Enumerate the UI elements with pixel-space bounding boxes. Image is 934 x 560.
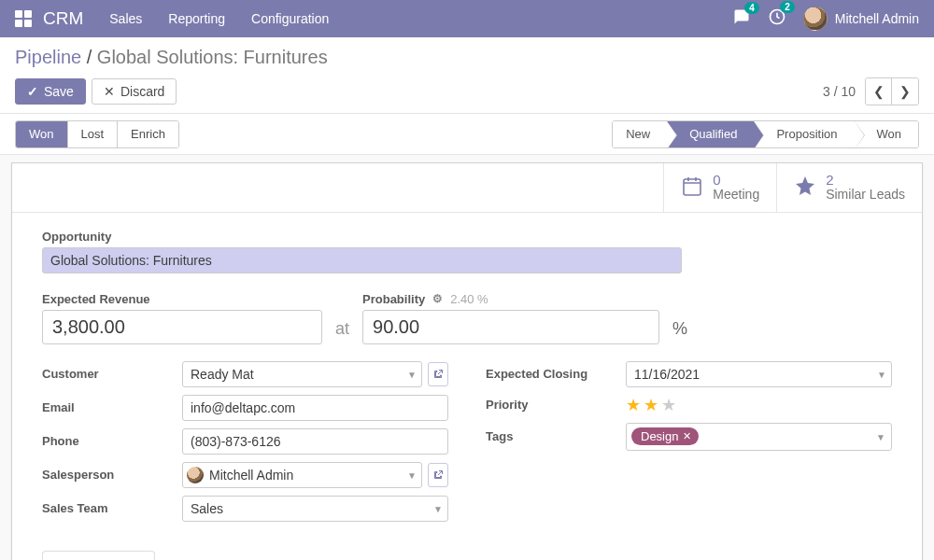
team-label: Sales Team bbox=[42, 501, 182, 515]
percent-label: % bbox=[672, 319, 687, 339]
svg-rect-1 bbox=[684, 179, 700, 195]
customer-label: Customer bbox=[42, 367, 182, 381]
opportunity-label: Opportunity bbox=[42, 230, 892, 244]
phone-label: Phone bbox=[42, 434, 182, 448]
won-button[interactable]: Won bbox=[16, 121, 67, 147]
team-input[interactable] bbox=[182, 496, 448, 522]
form-col-left: Customer ▼ Email Phone bbox=[42, 361, 448, 529]
menu-sales[interactable]: Sales bbox=[109, 11, 142, 26]
form-wrap: 0Meeting 2Similar Leads Opportunity Expe… bbox=[0, 155, 934, 560]
brand[interactable]: CRM bbox=[43, 8, 83, 29]
form-sheet: 0Meeting 2Similar Leads Opportunity Expe… bbox=[11, 162, 923, 560]
discard-button[interactable]: Discard bbox=[92, 78, 177, 105]
gear-icon[interactable]: ⚙ bbox=[432, 292, 443, 305]
user-name: Mitchell Admin bbox=[835, 11, 919, 26]
tab-internal-notes[interactable]: Internal Notes bbox=[42, 551, 155, 560]
page-header: Pipeline / Global Solutions: Furnitures … bbox=[0, 37, 934, 114]
tag-remove-icon[interactable]: ✕ bbox=[683, 430, 691, 442]
stage-new[interactable]: New bbox=[613, 121, 667, 147]
tags-input[interactable]: Design✕ ▼ bbox=[626, 423, 892, 451]
star-icon bbox=[794, 175, 816, 201]
closing-input[interactable] bbox=[626, 361, 892, 387]
pager-position: 3 / 10 bbox=[823, 84, 856, 99]
form-tabs: Internal Notes Extra Information bbox=[42, 550, 892, 560]
salesperson-label: Salesperson bbox=[42, 468, 182, 482]
revenue-at-label: at bbox=[335, 319, 349, 339]
phone-input[interactable] bbox=[182, 428, 448, 455]
pager-next[interactable]: ❯ bbox=[892, 78, 918, 105]
opportunity-input[interactable] bbox=[42, 247, 682, 273]
enrich-button[interactable]: Enrich bbox=[117, 121, 178, 147]
status-row: Won Lost Enrich New Qualified Propositio… bbox=[0, 114, 934, 155]
pager-prev[interactable]: ❮ bbox=[866, 78, 892, 105]
stage-proposition[interactable]: Proposition bbox=[754, 121, 854, 147]
star-icon[interactable]: ★ bbox=[661, 395, 676, 415]
meeting-count: 0 bbox=[713, 173, 759, 187]
menu-reporting[interactable]: Reporting bbox=[168, 11, 225, 26]
email-input[interactable] bbox=[182, 395, 448, 421]
lost-button[interactable]: Lost bbox=[67, 121, 118, 147]
priority-stars[interactable]: ★ ★ ★ bbox=[626, 395, 892, 415]
activities-badge: 2 bbox=[780, 1, 795, 13]
user-menu[interactable]: Mitchell Admin bbox=[803, 7, 919, 31]
stage-bar: New Qualified Proposition Won bbox=[612, 120, 919, 148]
statbox-similar[interactable]: 2Similar Leads bbox=[776, 163, 922, 212]
breadcrumb-sep: / bbox=[87, 47, 97, 67]
form-body: Opportunity Expected Revenue at Probabil… bbox=[12, 213, 922, 560]
top-navbar: CRM Sales Reporting Configuration 4 2 Mi… bbox=[0, 0, 934, 37]
email-label: Email bbox=[42, 400, 182, 414]
breadcrumb-root[interactable]: Pipeline bbox=[15, 47, 81, 67]
messages-icon[interactable]: 4 bbox=[732, 8, 751, 29]
external-link-icon[interactable] bbox=[428, 362, 448, 386]
tag-design: Design✕ bbox=[631, 427, 699, 445]
apps-icon[interactable] bbox=[15, 10, 32, 27]
similar-label: Similar Leads bbox=[826, 187, 905, 203]
tab-extra-information[interactable]: Extra Information bbox=[155, 550, 287, 560]
messages-badge: 4 bbox=[744, 2, 759, 14]
external-link-icon[interactable] bbox=[428, 463, 448, 487]
similar-count: 2 bbox=[826, 173, 905, 187]
stage-qualified[interactable]: Qualified bbox=[667, 121, 754, 147]
close-icon bbox=[104, 84, 115, 99]
revenue-input[interactable] bbox=[42, 310, 322, 344]
chevron-down-icon: ▼ bbox=[876, 431, 885, 441]
save-button[interactable]: Save bbox=[15, 78, 86, 105]
main-menu: Sales Reporting Configuration bbox=[109, 11, 329, 26]
star-icon[interactable]: ★ bbox=[626, 395, 641, 415]
check-icon bbox=[27, 84, 38, 99]
breadcrumb: Pipeline / Global Solutions: Furnitures bbox=[15, 47, 919, 68]
state-buttons: Won Lost Enrich bbox=[15, 120, 179, 148]
revenue-label: Expected Revenue bbox=[42, 292, 322, 306]
tags-label: Tags bbox=[486, 429, 626, 443]
stat-boxes: 0Meeting 2Similar Leads bbox=[12, 163, 922, 213]
page-title: Global Solutions: Furnitures bbox=[97, 47, 328, 67]
priority-label: Priority bbox=[486, 398, 626, 412]
closing-label: Expected Closing bbox=[486, 367, 626, 381]
salesperson-input[interactable] bbox=[182, 462, 422, 488]
calendar-icon bbox=[681, 175, 703, 201]
star-icon[interactable]: ★ bbox=[644, 395, 658, 415]
activities-icon[interactable]: 2 bbox=[768, 7, 786, 30]
pager: 3 / 10 ❮ ❯ bbox=[823, 77, 919, 105]
customer-input[interactable] bbox=[182, 361, 422, 387]
avatar-icon bbox=[187, 467, 204, 483]
menu-configuration[interactable]: Configuration bbox=[251, 11, 329, 26]
meeting-label: Meeting bbox=[713, 187, 759, 203]
statbox-meeting[interactable]: 0Meeting bbox=[663, 163, 776, 212]
avatar bbox=[803, 7, 828, 31]
probability-hint: 2.40 % bbox=[450, 292, 488, 306]
form-col-right: Expected Closing ▼ Priority ★ ★ ★ Tags bbox=[486, 361, 892, 529]
probability-input[interactable] bbox=[362, 310, 659, 344]
probability-label: Probability bbox=[362, 292, 425, 306]
